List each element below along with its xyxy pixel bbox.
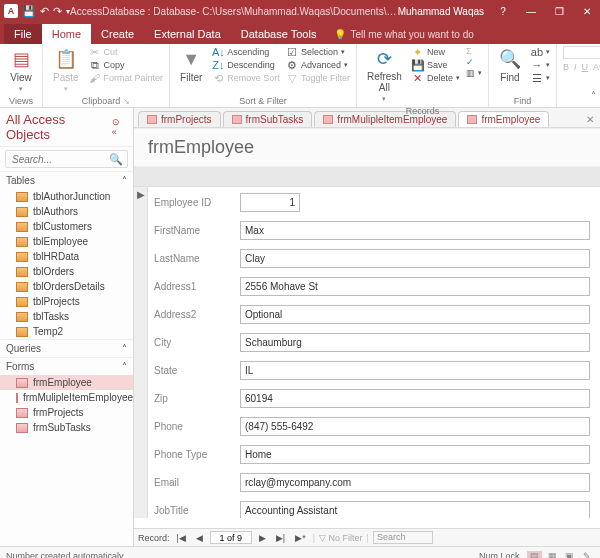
nav-search[interactable]: 🔍	[5, 150, 128, 168]
form-icon	[232, 115, 242, 124]
nav-table-item[interactable]: tblEmployee	[0, 234, 133, 249]
field-phonetype[interactable]	[240, 445, 590, 464]
italic-button[interactable]: I	[574, 62, 577, 72]
new-record-nav-button[interactable]: ▶*	[292, 533, 309, 543]
more-button[interactable]: ▥ ▾	[466, 68, 482, 78]
field-jobtitle[interactable]	[240, 501, 590, 518]
advanced-button[interactable]: ⚙Advanced ▾	[286, 59, 350, 71]
help-button[interactable]: ?	[494, 6, 512, 17]
minimize-button[interactable]: —	[522, 6, 540, 17]
filter-indicator[interactable]: ▽ No Filter	[319, 533, 363, 543]
field-firstname[interactable]	[240, 221, 590, 240]
nav-table-item[interactable]: tblHRData	[0, 249, 133, 264]
nav-table-item[interactable]: tblAuthorJunction	[0, 189, 133, 204]
nav-dropdown-icon[interactable]: ⊙ «	[112, 117, 127, 137]
field-phone[interactable]	[240, 417, 590, 436]
field-email[interactable]	[240, 473, 590, 492]
replace-button[interactable]: ab▾	[531, 46, 550, 58]
nav-table-item[interactable]: tblOrders	[0, 264, 133, 279]
nav-form-item[interactable]: frmProjects	[0, 405, 133, 420]
tab-external-data[interactable]: External Data	[144, 24, 231, 44]
nav-search-input[interactable]	[10, 153, 100, 166]
nav-table-item[interactable]: tblTasks	[0, 309, 133, 324]
nav-form-item[interactable]: frmMulipleItemEmployee	[0, 390, 133, 405]
nav-table-item[interactable]: tblProjects	[0, 294, 133, 309]
field-address2[interactable]	[240, 305, 590, 324]
view-button[interactable]: ▤ View ▾	[6, 46, 36, 95]
select-button[interactable]: ☰▾	[531, 72, 550, 84]
font-color-button[interactable]: A▾	[593, 62, 600, 72]
qat-redo-icon[interactable]: ↷	[53, 5, 62, 18]
toggle-filter-button[interactable]: ▽Toggle Filter	[286, 72, 350, 84]
field-city[interactable]	[240, 333, 590, 352]
user-name[interactable]: Muhammad Waqas	[398, 6, 484, 17]
prev-record-button[interactable]: ◀	[193, 533, 206, 543]
table-icon	[16, 192, 28, 202]
nav-category-tables[interactable]: Tables˄	[0, 171, 133, 189]
qat-save-icon[interactable]: 💾	[22, 5, 36, 18]
record-search[interactable]: Search	[373, 531, 433, 544]
nav-table-item[interactable]: tblOrdersDetails	[0, 279, 133, 294]
tab-home[interactable]: Home	[42, 24, 91, 44]
field-zip[interactable]	[240, 389, 590, 408]
selection-button[interactable]: ☑Selection ▾	[286, 46, 350, 58]
nav-header[interactable]: All Access Objects ⊙ «	[0, 108, 133, 147]
nav-table-item[interactable]: tblCustomers	[0, 219, 133, 234]
form-header-bar	[134, 167, 600, 187]
field-address1[interactable]	[240, 277, 590, 296]
last-record-button[interactable]: ▶|	[273, 533, 288, 543]
save-record-button[interactable]: 💾Save	[412, 59, 460, 71]
nav-table-item[interactable]: Temp2	[0, 324, 133, 339]
next-record-button[interactable]: ▶	[256, 533, 269, 543]
remove-sort-icon: ⟲	[212, 72, 224, 84]
spelling-button[interactable]: ✓	[466, 57, 482, 67]
remove-sort-button[interactable]: ⟲Remove Sort	[212, 72, 280, 84]
totals-button[interactable]: Σ	[466, 46, 482, 56]
close-button[interactable]: ✕	[578, 6, 596, 17]
delete-record-button[interactable]: ✕Delete ▾	[412, 72, 460, 84]
qat-customize-icon[interactable]: ▾	[66, 7, 70, 16]
refresh-all-button[interactable]: ⟳ Refresh All ▾	[363, 46, 406, 105]
form-icon	[16, 393, 18, 403]
tab-database-tools[interactable]: Database Tools	[231, 24, 327, 44]
design-view-icon[interactable]: ✎	[580, 551, 594, 559]
tab-create[interactable]: Create	[91, 24, 144, 44]
tab-file[interactable]: File	[4, 24, 42, 44]
ascending-button[interactable]: A↓Ascending	[212, 46, 280, 58]
field-state[interactable]	[240, 361, 590, 380]
find-button[interactable]: 🔍 Find	[495, 46, 525, 85]
close-tab-button[interactable]: ✕	[580, 112, 600, 127]
new-record-button[interactable]: ✦New	[412, 46, 460, 58]
clipboard-launcher-icon[interactable]: ↘	[120, 97, 130, 106]
selection-icon: ☑	[286, 46, 298, 58]
descending-button[interactable]: Z↓Descending	[212, 59, 280, 71]
copy-button[interactable]: ⧉Copy	[89, 59, 164, 71]
field-employee-id[interactable]	[240, 193, 300, 212]
doc-tab-frmprojects[interactable]: frmProjects	[138, 111, 221, 127]
nav-form-item-frmemployee[interactable]: frmEmployee	[0, 375, 133, 390]
format-painter-button[interactable]: 🖌Format Painter	[89, 72, 164, 84]
restore-button[interactable]: ❐	[550, 6, 568, 17]
collapse-ribbon-button[interactable]: ˄	[591, 90, 596, 101]
record-position[interactable]	[210, 531, 252, 544]
nav-table-item[interactable]: tblAuthors	[0, 204, 133, 219]
paste-button[interactable]: 📋 Paste ▾	[49, 46, 83, 95]
datasheet-view-icon[interactable]: ▦	[545, 551, 560, 559]
doc-tab-frmsubtasks[interactable]: frmSubTasks	[223, 111, 313, 127]
first-record-button[interactable]: |◀	[174, 533, 189, 543]
underline-button[interactable]: U	[581, 62, 588, 72]
nav-category-queries[interactable]: Queries˄	[0, 339, 133, 357]
field-lastname[interactable]	[240, 249, 590, 268]
form-view-icon[interactable]: ▤	[527, 551, 542, 559]
nav-form-item[interactable]: frmSubTasks	[0, 420, 133, 435]
tell-me-search[interactable]: 💡Tell me what you want to do	[326, 25, 481, 44]
goto-button[interactable]: →▾	[531, 59, 550, 71]
bold-button[interactable]: B	[563, 62, 569, 72]
layout-view-icon[interactable]: ▣	[562, 551, 577, 559]
nav-category-forms[interactable]: Forms˄	[0, 357, 133, 375]
form-icon	[323, 115, 333, 124]
record-selector[interactable]: ▶	[134, 187, 148, 518]
filter-button[interactable]: ▼ Filter	[176, 46, 206, 85]
cut-button[interactable]: ✂Cut	[89, 46, 164, 58]
qat-undo-icon[interactable]: ↶	[40, 5, 49, 18]
